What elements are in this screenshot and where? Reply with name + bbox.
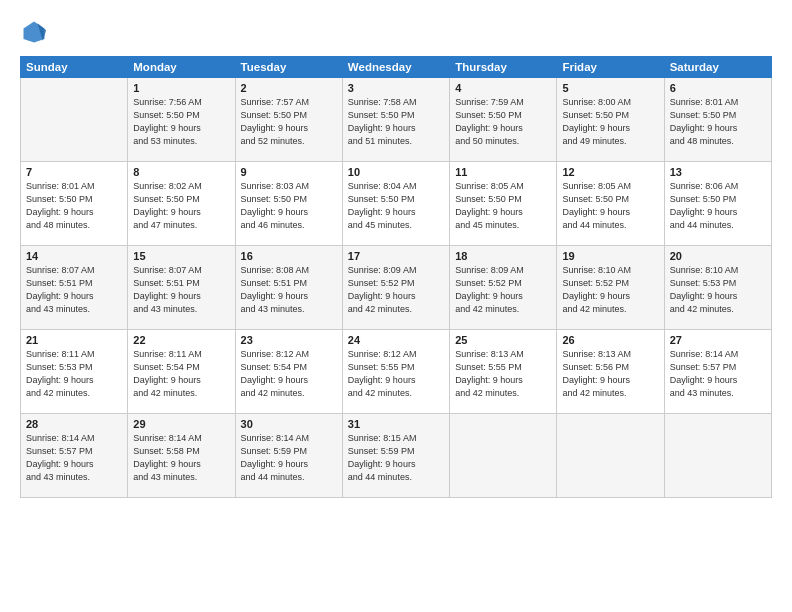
calendar-cell [664, 414, 771, 498]
day-info: Sunrise: 8:10 AM Sunset: 5:53 PM Dayligh… [670, 264, 766, 316]
day-info: Sunrise: 8:05 AM Sunset: 5:50 PM Dayligh… [455, 180, 551, 232]
calendar-cell: 18Sunrise: 8:09 AM Sunset: 5:52 PM Dayli… [450, 246, 557, 330]
day-number: 27 [670, 334, 766, 346]
week-row-3: 14Sunrise: 8:07 AM Sunset: 5:51 PM Dayli… [21, 246, 772, 330]
day-number: 13 [670, 166, 766, 178]
weekday-wednesday: Wednesday [342, 57, 449, 78]
day-number: 24 [348, 334, 444, 346]
day-number: 12 [562, 166, 658, 178]
day-number: 25 [455, 334, 551, 346]
day-info: Sunrise: 8:03 AM Sunset: 5:50 PM Dayligh… [241, 180, 337, 232]
calendar-cell: 16Sunrise: 8:08 AM Sunset: 5:51 PM Dayli… [235, 246, 342, 330]
weekday-tuesday: Tuesday [235, 57, 342, 78]
page: SundayMondayTuesdayWednesdayThursdayFrid… [0, 0, 792, 612]
week-row-2: 7Sunrise: 8:01 AM Sunset: 5:50 PM Daylig… [21, 162, 772, 246]
weekday-monday: Monday [128, 57, 235, 78]
weekday-header-row: SundayMondayTuesdayWednesdayThursdayFrid… [21, 57, 772, 78]
day-number: 11 [455, 166, 551, 178]
day-info: Sunrise: 8:00 AM Sunset: 5:50 PM Dayligh… [562, 96, 658, 148]
day-info: Sunrise: 8:11 AM Sunset: 5:54 PM Dayligh… [133, 348, 229, 400]
week-row-5: 28Sunrise: 8:14 AM Sunset: 5:57 PM Dayli… [21, 414, 772, 498]
calendar-cell: 23Sunrise: 8:12 AM Sunset: 5:54 PM Dayli… [235, 330, 342, 414]
day-number: 30 [241, 418, 337, 430]
day-info: Sunrise: 8:07 AM Sunset: 5:51 PM Dayligh… [26, 264, 122, 316]
day-info: Sunrise: 7:58 AM Sunset: 5:50 PM Dayligh… [348, 96, 444, 148]
calendar-cell: 21Sunrise: 8:11 AM Sunset: 5:53 PM Dayli… [21, 330, 128, 414]
day-number: 15 [133, 250, 229, 262]
day-number: 28 [26, 418, 122, 430]
day-number: 3 [348, 82, 444, 94]
day-number: 8 [133, 166, 229, 178]
day-number: 22 [133, 334, 229, 346]
calendar-cell: 29Sunrise: 8:14 AM Sunset: 5:58 PM Dayli… [128, 414, 235, 498]
day-number: 18 [455, 250, 551, 262]
day-number: 4 [455, 82, 551, 94]
day-number: 10 [348, 166, 444, 178]
day-info: Sunrise: 8:12 AM Sunset: 5:54 PM Dayligh… [241, 348, 337, 400]
logo-icon [20, 18, 48, 46]
day-number: 29 [133, 418, 229, 430]
day-info: Sunrise: 8:09 AM Sunset: 5:52 PM Dayligh… [455, 264, 551, 316]
day-number: 21 [26, 334, 122, 346]
day-number: 7 [26, 166, 122, 178]
calendar-cell: 25Sunrise: 8:13 AM Sunset: 5:55 PM Dayli… [450, 330, 557, 414]
day-info: Sunrise: 8:11 AM Sunset: 5:53 PM Dayligh… [26, 348, 122, 400]
calendar-cell: 17Sunrise: 8:09 AM Sunset: 5:52 PM Dayli… [342, 246, 449, 330]
calendar-cell: 12Sunrise: 8:05 AM Sunset: 5:50 PM Dayli… [557, 162, 664, 246]
day-number: 23 [241, 334, 337, 346]
day-number: 17 [348, 250, 444, 262]
day-info: Sunrise: 8:09 AM Sunset: 5:52 PM Dayligh… [348, 264, 444, 316]
day-info: Sunrise: 8:06 AM Sunset: 5:50 PM Dayligh… [670, 180, 766, 232]
week-row-4: 21Sunrise: 8:11 AM Sunset: 5:53 PM Dayli… [21, 330, 772, 414]
day-number: 9 [241, 166, 337, 178]
calendar-cell: 3Sunrise: 7:58 AM Sunset: 5:50 PM Daylig… [342, 78, 449, 162]
day-info: Sunrise: 8:13 AM Sunset: 5:56 PM Dayligh… [562, 348, 658, 400]
day-number: 16 [241, 250, 337, 262]
day-info: Sunrise: 8:12 AM Sunset: 5:55 PM Dayligh… [348, 348, 444, 400]
day-info: Sunrise: 7:56 AM Sunset: 5:50 PM Dayligh… [133, 96, 229, 148]
calendar-cell: 24Sunrise: 8:12 AM Sunset: 5:55 PM Dayli… [342, 330, 449, 414]
calendar-cell: 26Sunrise: 8:13 AM Sunset: 5:56 PM Dayli… [557, 330, 664, 414]
day-info: Sunrise: 8:10 AM Sunset: 5:52 PM Dayligh… [562, 264, 658, 316]
day-number: 1 [133, 82, 229, 94]
calendar-cell: 6Sunrise: 8:01 AM Sunset: 5:50 PM Daylig… [664, 78, 771, 162]
logo [20, 18, 52, 46]
calendar-cell: 31Sunrise: 8:15 AM Sunset: 5:59 PM Dayli… [342, 414, 449, 498]
calendar-cell: 10Sunrise: 8:04 AM Sunset: 5:50 PM Dayli… [342, 162, 449, 246]
day-number: 6 [670, 82, 766, 94]
calendar-cell: 14Sunrise: 8:07 AM Sunset: 5:51 PM Dayli… [21, 246, 128, 330]
day-number: 20 [670, 250, 766, 262]
calendar-cell: 5Sunrise: 8:00 AM Sunset: 5:50 PM Daylig… [557, 78, 664, 162]
calendar-cell: 20Sunrise: 8:10 AM Sunset: 5:53 PM Dayli… [664, 246, 771, 330]
day-info: Sunrise: 7:59 AM Sunset: 5:50 PM Dayligh… [455, 96, 551, 148]
day-info: Sunrise: 8:07 AM Sunset: 5:51 PM Dayligh… [133, 264, 229, 316]
day-number: 2 [241, 82, 337, 94]
day-info: Sunrise: 8:05 AM Sunset: 5:50 PM Dayligh… [562, 180, 658, 232]
calendar-cell: 8Sunrise: 8:02 AM Sunset: 5:50 PM Daylig… [128, 162, 235, 246]
day-number: 5 [562, 82, 658, 94]
calendar-cell [557, 414, 664, 498]
calendar-cell: 15Sunrise: 8:07 AM Sunset: 5:51 PM Dayli… [128, 246, 235, 330]
day-number: 31 [348, 418, 444, 430]
calendar-table: SundayMondayTuesdayWednesdayThursdayFrid… [20, 56, 772, 498]
weekday-sunday: Sunday [21, 57, 128, 78]
day-info: Sunrise: 8:08 AM Sunset: 5:51 PM Dayligh… [241, 264, 337, 316]
weekday-friday: Friday [557, 57, 664, 78]
calendar-cell: 2Sunrise: 7:57 AM Sunset: 5:50 PM Daylig… [235, 78, 342, 162]
calendar-cell: 1Sunrise: 7:56 AM Sunset: 5:50 PM Daylig… [128, 78, 235, 162]
calendar-cell: 27Sunrise: 8:14 AM Sunset: 5:57 PM Dayli… [664, 330, 771, 414]
calendar-cell: 11Sunrise: 8:05 AM Sunset: 5:50 PM Dayli… [450, 162, 557, 246]
calendar-cell: 28Sunrise: 8:14 AM Sunset: 5:57 PM Dayli… [21, 414, 128, 498]
day-info: Sunrise: 8:13 AM Sunset: 5:55 PM Dayligh… [455, 348, 551, 400]
day-info: Sunrise: 8:01 AM Sunset: 5:50 PM Dayligh… [26, 180, 122, 232]
day-number: 19 [562, 250, 658, 262]
day-info: Sunrise: 8:14 AM Sunset: 5:58 PM Dayligh… [133, 432, 229, 484]
calendar-cell: 4Sunrise: 7:59 AM Sunset: 5:50 PM Daylig… [450, 78, 557, 162]
weekday-saturday: Saturday [664, 57, 771, 78]
calendar-cell: 19Sunrise: 8:10 AM Sunset: 5:52 PM Dayli… [557, 246, 664, 330]
header [20, 18, 772, 46]
day-info: Sunrise: 8:04 AM Sunset: 5:50 PM Dayligh… [348, 180, 444, 232]
calendar-cell [21, 78, 128, 162]
calendar-cell: 22Sunrise: 8:11 AM Sunset: 5:54 PM Dayli… [128, 330, 235, 414]
calendar-cell: 9Sunrise: 8:03 AM Sunset: 5:50 PM Daylig… [235, 162, 342, 246]
